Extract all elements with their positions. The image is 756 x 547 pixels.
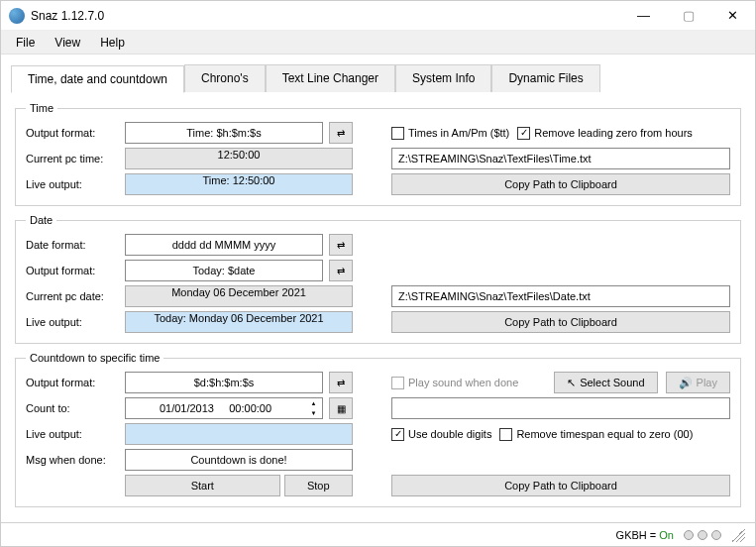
date-liveoutput-label: Live output: xyxy=(26,316,125,328)
menubar: File View Help xyxy=(1,31,755,55)
countdown-playsound-checkbox[interactable]: Play sound when done xyxy=(391,377,518,389)
time-legend: Time xyxy=(26,102,57,114)
countdown-stop-button[interactable]: Stop xyxy=(284,475,354,496)
content-area: Time Output format: ⇄ Times in Am/Pm ($t… xyxy=(1,92,755,522)
tab-chronos[interactable]: Chrono's xyxy=(184,64,266,92)
date-format-options-button[interactable]: ⇄ xyxy=(329,234,353,256)
window-title: Snaz 1.12.7.0 xyxy=(31,9,104,23)
status-led-3 xyxy=(711,530,721,540)
calendar-icon: ▦ xyxy=(337,403,346,414)
date-legend: Date xyxy=(26,214,56,226)
menu-file[interactable]: File xyxy=(6,32,45,54)
tab-timedate[interactable]: Time, date and countdown xyxy=(11,65,184,93)
tab-sysinfo[interactable]: System Info xyxy=(395,64,491,92)
countdown-msgdone-label: Msg when done: xyxy=(26,454,125,466)
date-path-input[interactable] xyxy=(391,285,730,307)
countdown-countto-calendar-button[interactable]: ▦ xyxy=(329,397,353,419)
date-currentpc-value: Monday 06 December 2021 xyxy=(125,285,353,307)
chevron-up-icon: ▲ xyxy=(305,398,322,408)
statusbar: GKBH = On xyxy=(1,522,755,546)
checkbox-icon xyxy=(391,127,404,140)
countdown-format-options-button[interactable]: ⇄ xyxy=(329,372,353,393)
date-output-format-input[interactable] xyxy=(125,260,323,281)
time-output-format-label: Output format: xyxy=(26,127,125,139)
time-currentpc-value: 12:50:00 xyxy=(125,148,353,169)
countdown-select-sound-button[interactable]: ↖ Select Sound xyxy=(554,372,657,393)
tab-row: Time, date and countdown Chrono's Text L… xyxy=(1,55,755,93)
countdown-path-input[interactable] xyxy=(391,397,730,419)
minimize-button[interactable]: — xyxy=(621,1,666,31)
countdown-countto-input[interactable] xyxy=(125,397,305,419)
app-icon xyxy=(9,8,25,24)
checkbox-icon xyxy=(391,428,404,441)
checkbox-icon xyxy=(517,127,530,140)
countdown-liveoutput-label: Live output: xyxy=(26,428,125,440)
tab-dynfiles[interactable]: Dynamic Files xyxy=(491,64,599,92)
countdown-removezero-checkbox[interactable]: Remove timespan equal to zero (00) xyxy=(499,428,693,441)
maximize-button[interactable]: ▢ xyxy=(666,1,710,31)
countdown-liveoutput-value xyxy=(125,423,353,445)
date-liveoutput-value: Today: Monday 06 December 2021 xyxy=(125,311,353,333)
time-liveoutput-label: Live output: xyxy=(26,178,125,190)
countdown-group: Countdown to specific time Output format… xyxy=(15,352,741,507)
countdown-usedouble-checkbox[interactable]: Use double digits xyxy=(391,428,491,441)
countdown-start-button[interactable]: Start xyxy=(125,475,280,496)
menu-view[interactable]: View xyxy=(45,32,90,54)
speaker-icon: 🔊 xyxy=(679,377,693,389)
cursor-icon: ↖ xyxy=(567,377,576,389)
countdown-output-format-label: Output format: xyxy=(26,377,125,388)
titlebar: Snaz 1.12.7.0 — ▢ ✕ xyxy=(1,1,755,31)
window-controls: — ▢ ✕ xyxy=(621,1,755,31)
date-output-options-button[interactable]: ⇄ xyxy=(329,260,353,281)
time-path-input[interactable] xyxy=(391,148,730,169)
countdown-copy-path-button[interactable]: Copy Path to Clipboard xyxy=(391,475,730,496)
countdown-output-format-input[interactable] xyxy=(125,372,323,393)
options-icon: ⇄ xyxy=(337,240,345,251)
time-group: Time Output format: ⇄ Times in Am/Pm ($t… xyxy=(15,102,741,206)
time-format-options-button[interactable]: ⇄ xyxy=(329,122,353,144)
chevron-down-icon: ▼ xyxy=(305,408,322,418)
date-copy-path-button[interactable]: Copy Path to Clipboard xyxy=(391,311,730,333)
date-format-label: Date format: xyxy=(26,239,125,251)
time-liveoutput-value: Time: 12:50:00 xyxy=(125,173,353,195)
time-remove-zero-checkbox[interactable]: Remove leading zero from hours xyxy=(517,127,693,140)
time-copy-path-button[interactable]: Copy Path to Clipboard xyxy=(391,173,730,195)
countdown-countto-label: Count to: xyxy=(26,402,125,414)
tab-textline[interactable]: Text Line Changer xyxy=(266,64,395,92)
checkbox-icon xyxy=(391,377,404,389)
status-led-1 xyxy=(684,530,694,540)
options-icon: ⇄ xyxy=(337,378,345,388)
status-gkbh: GKBH = On xyxy=(616,529,674,541)
date-group: Date Date format: ⇄ Output format: ⇄ Cur… xyxy=(15,214,741,344)
checkbox-icon xyxy=(499,428,512,441)
options-icon: ⇄ xyxy=(337,266,345,276)
options-icon: ⇄ xyxy=(337,128,345,139)
resize-grip-icon[interactable] xyxy=(731,528,745,542)
date-format-input[interactable] xyxy=(125,234,323,256)
time-ampm-checkbox[interactable]: Times in Am/Pm ($tt) xyxy=(391,127,509,140)
status-led-2 xyxy=(698,530,707,540)
countdown-countto-spinner[interactable]: ▲▼ xyxy=(305,397,323,419)
status-indicators xyxy=(684,530,721,540)
close-button[interactable]: ✕ xyxy=(710,1,755,31)
countdown-msgdone-input[interactable] xyxy=(125,449,353,471)
countdown-play-button[interactable]: 🔊 Play xyxy=(666,372,730,393)
time-currentpc-label: Current pc time: xyxy=(26,153,125,164)
menu-help[interactable]: Help xyxy=(90,32,135,54)
countdown-legend: Countdown to specific time xyxy=(26,352,163,364)
time-output-format-input[interactable] xyxy=(125,122,323,144)
date-currentpc-label: Current pc date: xyxy=(26,290,125,302)
date-output-format-label: Output format: xyxy=(26,265,125,276)
